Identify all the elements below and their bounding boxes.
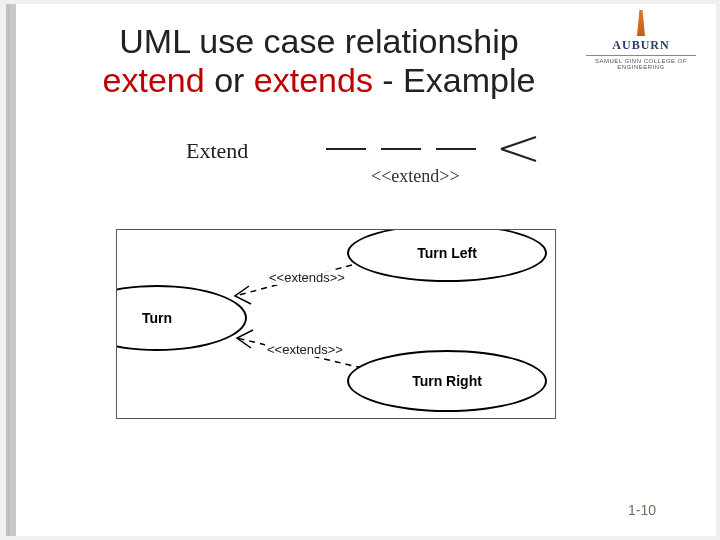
title-suffix: - Example: [373, 61, 536, 99]
dashed-arrow-icon: [326, 134, 546, 164]
usecase-turn-right: Turn Right: [347, 350, 547, 412]
title-extend: extend: [103, 61, 205, 99]
usecase-turn-label: Turn: [142, 310, 172, 326]
logo-subtitle: SAMUEL GINN COLLEGE OF ENGINEERING: [586, 55, 696, 70]
svg-line-3: [501, 137, 536, 149]
extends-label-1: <<extends>>: [267, 270, 347, 285]
notation-label: Extend: [186, 138, 248, 164]
tower-icon: [633, 10, 649, 36]
university-logo: AUBURN SAMUEL GINN COLLEGE OF ENGINEERIN…: [586, 10, 696, 70]
slide-title: UML use case relationship extend or exte…: [84, 22, 554, 100]
usecase-turn-left-label: Turn Left: [417, 245, 477, 261]
extend-notation: Extend <<extend>>: [166, 134, 566, 194]
title-extends: extends: [254, 61, 373, 99]
svg-line-4: [501, 149, 536, 161]
title-line1: UML use case relationship: [119, 22, 518, 60]
page-number: 1-10: [628, 502, 656, 518]
notation-stereotype: <<extend>>: [371, 166, 460, 187]
usecase-turn-right-label: Turn Right: [412, 373, 482, 389]
uml-diagram: Turn Turn Left Turn Right <<extends>> <<…: [116, 229, 556, 419]
slide: UML use case relationship extend or exte…: [16, 4, 716, 536]
logo-name: AUBURN: [586, 38, 696, 53]
extends-label-2: <<extends>>: [265, 342, 345, 357]
title-or: or: [205, 61, 254, 99]
